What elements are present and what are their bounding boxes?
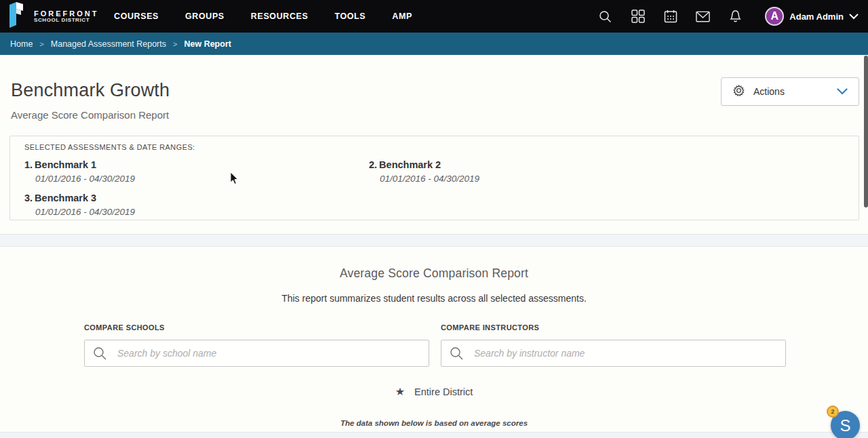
compare-schools-label: COMPARE SCHOOLS <box>84 323 165 332</box>
assessment-date-range: 01/01/2016 - 04/30/2019 <box>35 174 369 184</box>
user-name: Adam Admin <box>789 12 844 22</box>
search-icon[interactable] <box>598 9 612 24</box>
notifications-icon[interactable] <box>728 9 743 24</box>
page-subtitle: Average Score Comparison Report <box>11 109 169 121</box>
page-title: Benchmark Growth <box>11 80 170 101</box>
nav-item-tools[interactable]: TOOLS <box>334 12 366 21</box>
report-section-heading: Average Score Comparison Report <box>0 266 868 281</box>
entire-district-label: Entire District <box>414 386 473 397</box>
primary-nav: COURSES GROUPS RESOURCES TOOLS AMP <box>114 12 412 21</box>
page: FOREFRONT SCHOOL DISTRICT COURSES GROUPS… <box>0 0 868 438</box>
assessment-name: Benchmark 2 <box>379 159 441 170</box>
nav-item-groups[interactable]: GROUPS <box>185 12 224 21</box>
gear-icon <box>732 84 745 99</box>
breadcrumb-managed-assessment-reports[interactable]: Managed Assessment Reports <box>51 39 166 49</box>
assessments-panel-label: SELECTED ASSESSMENTS & DATE RANGES: <box>24 143 859 151</box>
calendar-icon[interactable] <box>663 9 677 24</box>
section-divider <box>0 234 868 247</box>
assessment-number: 3. <box>24 193 33 203</box>
assessment-name: Benchmark 1 <box>35 159 96 170</box>
vertical-scrollbar[interactable] <box>864 56 868 207</box>
assessment-date-range: 01/01/2016 - 04/30/2019 <box>380 174 859 184</box>
entire-district-toggle[interactable]: ★ Entire District <box>0 386 868 397</box>
user-menu[interactable]: A Adam Admin <box>765 7 859 26</box>
nav-item-courses[interactable]: COURSES <box>114 12 159 21</box>
chevron-down-icon <box>837 87 848 97</box>
top-navigation-bar: FOREFRONT SCHOOL DISTRICT COURSES GROUPS… <box>0 0 868 33</box>
nav-item-amp[interactable]: AMP <box>392 12 412 21</box>
nav-item-resources[interactable]: RESOURCES <box>251 12 309 21</box>
breadcrumb-separator: > <box>39 40 43 48</box>
breadcrumb-separator: > <box>173 40 177 48</box>
star-icon: ★ <box>395 386 405 397</box>
assessment-item: 1.Benchmark 1 01/01/2016 - 04/30/2019 <box>24 159 369 184</box>
avatar: A <box>765 7 784 26</box>
mail-icon[interactable] <box>696 9 710 24</box>
compare-instructors-label: COMPARE INSTRUCTORS <box>441 323 539 332</box>
selected-assessments-panel: SELECTED ASSESSMENTS & DATE RANGES: 1.Be… <box>9 136 859 220</box>
average-scores-note: The data shown below is based on average… <box>0 419 868 427</box>
assessment-item: 2.Benchmark 2 01/01/2016 - 04/30/2019 <box>369 159 859 184</box>
forefront-logo[interactable]: FOREFRONT SCHOOL DISTRICT <box>0 2 107 31</box>
breadcrumb-home[interactable]: Home <box>10 39 33 49</box>
assessment-number: 1. <box>24 159 33 170</box>
assessment-date-range: 01/01/2016 - 04/30/2019 <box>35 207 369 217</box>
assessment-name: Benchmark 3 <box>35 193 96 203</box>
instructor-search-input[interactable] <box>441 340 786 367</box>
actions-button[interactable]: Actions <box>721 77 859 106</box>
breadcrumb: Home > Managed Assessment Reports > New … <box>0 33 868 55</box>
school-search-input[interactable] <box>84 340 429 367</box>
assessment-item: 3.Benchmark 3 01/01/2016 - 04/30/2019 <box>24 193 369 217</box>
next-section-edge <box>0 432 868 438</box>
logo-title: FOREFRONT <box>34 9 98 18</box>
logo-subtitle: SCHOOL DISTRICT <box>34 18 98 24</box>
apps-grid-icon[interactable] <box>631 9 645 24</box>
report-description: This report summarizes student results a… <box>0 293 868 304</box>
assessment-number: 2. <box>369 159 377 170</box>
actions-button-label: Actions <box>753 86 785 97</box>
chat-notification-badge: 2 <box>827 405 839 418</box>
chevron-down-icon <box>849 10 859 22</box>
forefront-logo-icon <box>7 2 27 31</box>
breadcrumb-current: New Report <box>184 39 231 49</box>
